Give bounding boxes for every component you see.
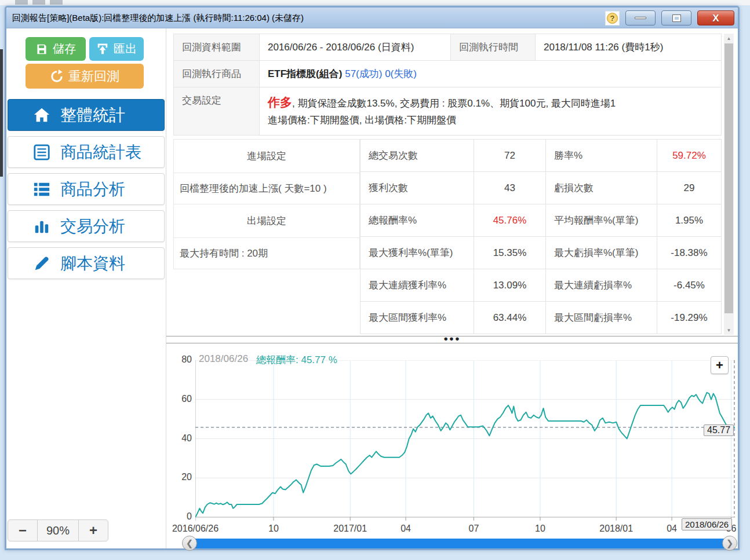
sidebar-item-3[interactable]: 交易分析 [8, 210, 165, 242]
stat-value: 59.72% [657, 140, 721, 171]
scroll-up-arrow-icon[interactable]: ▲ [724, 34, 734, 43]
sidebar-item-0[interactable]: 整體統計 [8, 99, 165, 131]
range-label: 回測資料範圍 [174, 34, 260, 60]
stat-value: 45.76% [474, 204, 545, 236]
maximize-button[interactable] [661, 10, 691, 25]
strategy-settings-panel: 進場設定 回檔整理後的加速上漲( 天數=10 ) 出場設定 最大持有時間 : 2… [173, 139, 360, 269]
trade-settings-line1: 作多, 期貨保證金成數13.5%, 交易費用 : 股票0.1%、期貨100元, … [268, 94, 713, 112]
x-axis-tick-label: 04 [667, 524, 677, 534]
x-axis-tick-label: 10 [268, 524, 279, 534]
stats-row-0: 總交易次數72勝率%59.72% [360, 140, 721, 172]
trade-settings-value: 作多, 期貨保證金成數13.5%, 交易費用 : 股票0.1%、期貨100元, … [260, 87, 721, 135]
stats-table: 總交易次數72勝率%59.72%獲利次數43虧損次數29總報酬率%45.76%平… [360, 139, 722, 334]
stat-label: 獲利次數 [360, 172, 474, 204]
horizontal-scrollbar-thumb[interactable] [195, 539, 724, 548]
stat-label: 最大虧損率%(單筆) [545, 237, 657, 269]
sidebar-item-label: 整體統計 [60, 104, 125, 126]
sidebar-item-label: 商品統計表 [60, 141, 141, 163]
export-button[interactable]: 匯出 [89, 37, 144, 61]
stat-label: 最大連續虧損率% [545, 269, 657, 301]
x-axis-tick-label: 2016/06/26 [172, 524, 219, 534]
x-axis-tick-label: 2017/01 [333, 524, 367, 534]
vertical-scrollbar-thumb[interactable] [724, 43, 733, 313]
exec-time-value: 2018/11/08 11:26 (費時1秒) [536, 34, 721, 60]
scroll-left-button[interactable]: ❮ [182, 536, 197, 551]
product-result-link[interactable]: 57(成功) 0(失敗) [345, 68, 417, 79]
desktop-background-strip [0, 0, 750, 5]
help-icon: ? [607, 13, 618, 24]
stat-value: 1.95% [657, 204, 721, 236]
y-axis-tick-label: 40 [168, 433, 192, 444]
stat-value: -6.45% [657, 269, 721, 301]
sidebar-item-1[interactable]: 商品統計表 [8, 136, 165, 168]
stat-value: 63.44% [474, 302, 545, 334]
backtest-report-window: 回測報告[策略](Beta版):回檔整理後的加速上漲 (執行時間:11:26:0… [5, 6, 740, 550]
trade-direction: 作多 [268, 96, 292, 109]
background-window-fragment [32, 0, 45, 5]
info-row-trade-settings: 交易設定 作多, 期貨保證金成數13.5%, 交易費用 : 股票0.1%、期貨1… [174, 87, 721, 135]
stat-label: 平均報酬率%(單筆) [545, 204, 657, 236]
stats-row-1: 獲利次數43虧損次數29 [360, 172, 721, 204]
panel-splitter[interactable]: ●●● [166, 336, 738, 343]
background-window-fragment [50, 0, 63, 5]
refresh-icon [50, 69, 64, 83]
pencil-icon [32, 254, 51, 273]
product-value: ETF指標股(組合) 57(成功) 0(失敗) [260, 61, 721, 87]
stats-row-4: 最大連續獲利率%13.09%最大連續虧損率%-6.45% [360, 269, 721, 302]
bars-icon [32, 217, 51, 236]
stat-value: 43 [474, 172, 545, 204]
crosshair-value-label: 45.77 [704, 424, 734, 436]
chart-horizontal-scrollbar: ❮ ❯ [182, 536, 737, 551]
export-button-label: 匯出 [114, 41, 137, 57]
exec-time-label: 回測執行時間 [451, 34, 536, 60]
scroll-down-arrow-icon[interactable]: ▼ [724, 325, 734, 335]
stat-value: 29 [657, 172, 721, 204]
minimize-icon [635, 17, 646, 19]
y-axis-tick-label: 0 [168, 511, 192, 522]
zoom-controls: − 90% + [8, 519, 108, 541]
vertical-scrollbar[interactable]: ▲ ▼ [724, 34, 734, 335]
sidebar-item-4[interactable]: 腳本資料 [8, 247, 165, 279]
main-panel: 回測資料範圍 2016/06/26 - 2018/06/26 (日資料) 回測執… [166, 28, 738, 548]
entry-settings-header: 進場設定 [173, 139, 360, 173]
save-button-label: 儲存 [53, 41, 76, 57]
sidebar-item-label: 腳本資料 [60, 252, 125, 274]
entry-settings-value: 回檔整理後的加速上漲( 天數=10 ) [173, 173, 360, 204]
y-axis-tick-label: 20 [168, 472, 192, 482]
statistics-section: 進場設定 回檔整理後的加速上漲( 天數=10 ) 出場設定 最大持有時間 : 2… [173, 139, 722, 334]
scroll-right-button[interactable]: ❯ [722, 536, 737, 551]
stat-label: 最大區間獲利率% [360, 302, 474, 334]
rerun-backtest-button[interactable]: 重新回測 [26, 64, 144, 89]
window-controls: ? X [605, 10, 734, 25]
window-content: 儲存 匯出 重新回測 整體統計商品統計表商品分析交易分析腳本資料 − 90% +… [6, 28, 738, 548]
stat-label: 最大獲利率%(單筆) [360, 237, 474, 269]
close-button[interactable]: X [697, 10, 734, 25]
minimize-button[interactable] [625, 10, 656, 25]
sidebar-item-label: 交易分析 [60, 215, 125, 237]
equity-curve-chart[interactable] [195, 360, 735, 521]
close-icon: X [712, 13, 719, 23]
stat-value: 72 [474, 140, 545, 171]
stats-row-2: 總報酬率%45.76%平均報酬率%(單筆)1.95% [360, 204, 721, 237]
trade-settings-rest: , 期貨保證金成數13.5%, 交易費用 : 股票0.1%、期貨100元, 最大… [292, 98, 616, 109]
stat-label: 最大連續獲利率% [360, 269, 474, 301]
sidebar-item-2[interactable]: 商品分析 [8, 173, 165, 205]
x-axis-tick-label: 07 [468, 524, 479, 534]
trade-settings-line2: 進場價格:下期開盤價, 出場價格:下期開盤價 [268, 112, 713, 129]
crosshair-date-tooltip: 2018/06/26 [682, 518, 732, 530]
help-button[interactable]: ? [605, 11, 620, 25]
rerun-backtest-label: 重新回測 [68, 68, 119, 85]
stats-row-3: 最大獲利率%(單筆)15.35%最大虧損率%(單筆)-18.38% [360, 237, 721, 269]
stats-row-5: 最大區間獲利率%63.44%最大區間虧損率%-19.29% [360, 302, 721, 334]
titlebar[interactable]: 回測報告[策略](Beta版):回檔整理後的加速上漲 (執行時間:11:26:0… [6, 8, 738, 28]
stat-label: 勝率% [545, 140, 657, 171]
save-icon [35, 43, 48, 56]
stat-label: 總交易次數 [360, 140, 474, 171]
zoom-in-button[interactable]: + [78, 519, 108, 541]
info-row-range: 回測資料範圍 2016/06/26 - 2018/06/26 (日資料) 回測執… [174, 34, 721, 61]
range-value: 2016/06/26 - 2018/06/26 (日資料) [260, 34, 451, 60]
maximize-icon [673, 15, 680, 21]
save-button[interactable]: 儲存 [26, 37, 86, 61]
zoom-level: 90% [38, 519, 78, 541]
zoom-out-button[interactable]: − [8, 519, 38, 541]
